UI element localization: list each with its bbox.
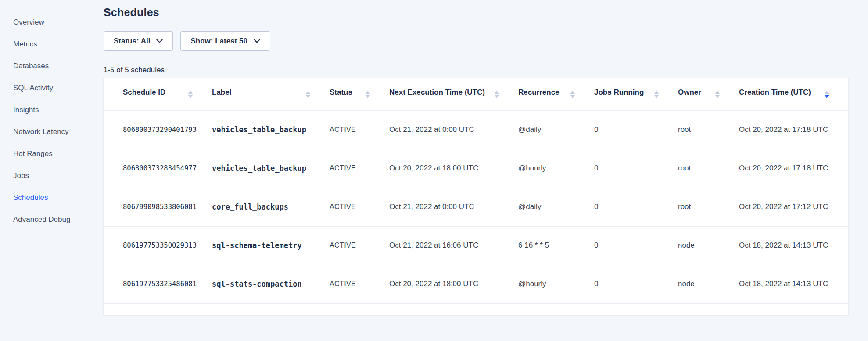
cell-recurrence: @daily — [518, 110, 594, 149]
cell-next-execution: Oct 20, 2022 at 18:00 UTC — [389, 149, 518, 188]
column-header-inner: Creation Time (UTC) — [739, 88, 848, 100]
cell-status: ACTIVE — [330, 110, 389, 149]
cell-next-execution: Oct 21, 2022 at 16:06 UTC — [389, 226, 518, 265]
cell-recurrence: 6 16 * * 5 — [518, 226, 594, 265]
chevron-down-icon — [156, 39, 163, 43]
column-header-inner: Next Execution Time (UTC) — [389, 88, 518, 100]
column-header-status[interactable]: Status — [330, 78, 389, 110]
cell-next-execution: Oct 21, 2022 at 0:00 UTC — [389, 110, 518, 149]
schedules-table-card: Schedule ID Label Status Next Execution … — [104, 78, 848, 315]
column-header-inner: Label — [212, 88, 330, 100]
sidebar-item-advanced-debug[interactable]: Advanced Debug — [0, 209, 104, 231]
column-header-label: Recurrence — [518, 88, 560, 100]
page-title: Schedules — [104, 6, 848, 19]
column-header-label[interactable]: Label — [212, 78, 330, 110]
sidebar-item-label: Hot Ranges — [13, 149, 53, 158]
column-header-schedule-id[interactable]: Schedule ID — [104, 78, 212, 110]
sort-icon — [825, 91, 829, 98]
app-root: Overview Metrics Databases SQL Activity … — [0, 0, 868, 341]
status-filter-dropdown[interactable]: Status: All — [104, 31, 173, 51]
column-header-inner: Owner — [678, 88, 739, 100]
sidebar-item-schedules[interactable]: Schedules — [0, 187, 104, 209]
sort-up-arrow-icon — [825, 91, 829, 94]
sidebar-item-sql-activity[interactable]: SQL Activity — [0, 77, 104, 99]
cell-creation-time: Oct 20, 2022 at 17:12 UTC — [739, 188, 848, 226]
cell-recurrence: @daily — [518, 188, 594, 226]
sidebar-item-label: Insights — [13, 106, 39, 114]
cell-id: 806197753325486081 — [104, 265, 212, 303]
sort-down-arrow-icon — [570, 95, 575, 98]
schedules-table: Schedule ID Label Status Next Execution … — [104, 78, 848, 304]
sidebar-item-metrics[interactable]: Metrics — [0, 33, 104, 55]
cell-recurrence: @hourly — [518, 149, 594, 188]
cell-owner: node — [678, 226, 739, 265]
sort-down-arrow-icon — [188, 95, 193, 98]
chevron-down-icon — [254, 39, 260, 43]
cell-recurrence: @hourly — [518, 265, 594, 303]
sort-icon — [306, 91, 310, 98]
sidebar-item-label: Schedules — [13, 193, 48, 202]
sort-down-arrow-icon — [495, 95, 499, 98]
sidebar-item-jobs[interactable]: Jobs — [0, 165, 104, 187]
column-header-recurrence[interactable]: Recurrence — [518, 78, 594, 110]
table-row: 806800373283454977 vehicles_table_backup… — [104, 149, 848, 188]
cell-id: 806799098533806081 — [104, 188, 212, 226]
column-header-label: Label — [212, 88, 231, 100]
cell-owner: root — [678, 188, 739, 226]
table-row: 806799098533806081 core_full_backups ACT… — [104, 188, 848, 226]
cell-creation-time: Oct 20, 2022 at 17:18 UTC — [739, 149, 848, 188]
sort-up-arrow-icon — [495, 91, 499, 94]
column-header-owner[interactable]: Owner — [678, 78, 739, 110]
results-count: 1-5 of 5 schedules — [104, 66, 848, 75]
cell-label: vehicles_table_backup — [212, 149, 330, 188]
cell-label: vehicles_table_backup — [212, 110, 330, 149]
filter-bar: Status: All Show: Latest 50 — [104, 31, 848, 51]
main-content: Schedules Status: All Show: Latest 50 1-… — [104, 0, 848, 341]
show-limit-dropdown[interactable]: Show: Latest 50 — [180, 31, 270, 51]
cell-status: ACTIVE — [330, 188, 389, 226]
table-body: 806800373290401793 vehicles_table_backup… — [104, 110, 848, 303]
sidebar-item-overview[interactable]: Overview — [0, 11, 104, 33]
sidebar-item-databases[interactable]: Databases — [0, 55, 104, 77]
sidebar-item-label: SQL Activity — [13, 84, 53, 92]
column-header-inner: Status — [330, 88, 389, 100]
sidebar-item-label: Advanced Debug — [13, 215, 70, 224]
table-header-row: Schedule ID Label Status Next Execution … — [104, 78, 848, 110]
cell-creation-time: Oct 18, 2022 at 14:13 UTC — [739, 226, 848, 265]
column-header-label: Jobs Running — [594, 88, 644, 100]
cell-status: ACTIVE — [330, 265, 389, 303]
cell-jobs-running: 0 — [594, 110, 678, 149]
column-header-label: Next Execution Time (UTC) — [389, 88, 485, 100]
sort-down-arrow-icon — [825, 95, 829, 98]
cell-owner: root — [678, 110, 739, 149]
cell-next-execution: Oct 20, 2022 at 18:00 UTC — [389, 265, 518, 303]
column-header-creation-time-utc-[interactable]: Creation Time (UTC) — [739, 78, 848, 110]
cell-label: sql-schema-telemetry — [212, 226, 330, 265]
cell-jobs-running: 0 — [594, 265, 678, 303]
sort-icon — [188, 91, 193, 98]
sidebar-item-network-latency[interactable]: Network Latency — [0, 121, 104, 143]
sort-down-arrow-icon — [306, 95, 310, 98]
table-row: 806800373290401793 vehicles_table_backup… — [104, 110, 848, 149]
cell-jobs-running: 0 — [594, 188, 678, 226]
sort-up-arrow-icon — [654, 91, 659, 94]
sidebar-item-label: Overview — [13, 18, 44, 27]
column-header-label: Status — [330, 88, 352, 100]
sidebar-item-hot-ranges[interactable]: Hot Ranges — [0, 143, 104, 165]
cell-label: sql-stats-compaction — [212, 265, 330, 303]
cell-status: ACTIVE — [330, 226, 389, 265]
sidebar-item-label: Databases — [13, 62, 49, 71]
column-header-inner: Recurrence — [518, 88, 594, 100]
sort-icon — [715, 91, 720, 98]
show-limit-label: Show: Latest 50 — [190, 37, 247, 46]
sort-up-arrow-icon — [188, 91, 193, 94]
status-filter-label: Status: All — [114, 37, 150, 46]
column-header-jobs-running[interactable]: Jobs Running — [594, 78, 678, 110]
cell-status: ACTIVE — [330, 149, 389, 188]
table-header: Schedule ID Label Status Next Execution … — [104, 78, 848, 110]
sort-up-arrow-icon — [306, 91, 310, 94]
sort-icon — [495, 91, 499, 98]
column-header-next-execution-time-utc-[interactable]: Next Execution Time (UTC) — [389, 78, 518, 110]
sidebar-item-insights[interactable]: Insights — [0, 99, 104, 121]
sort-down-arrow-icon — [366, 95, 370, 98]
